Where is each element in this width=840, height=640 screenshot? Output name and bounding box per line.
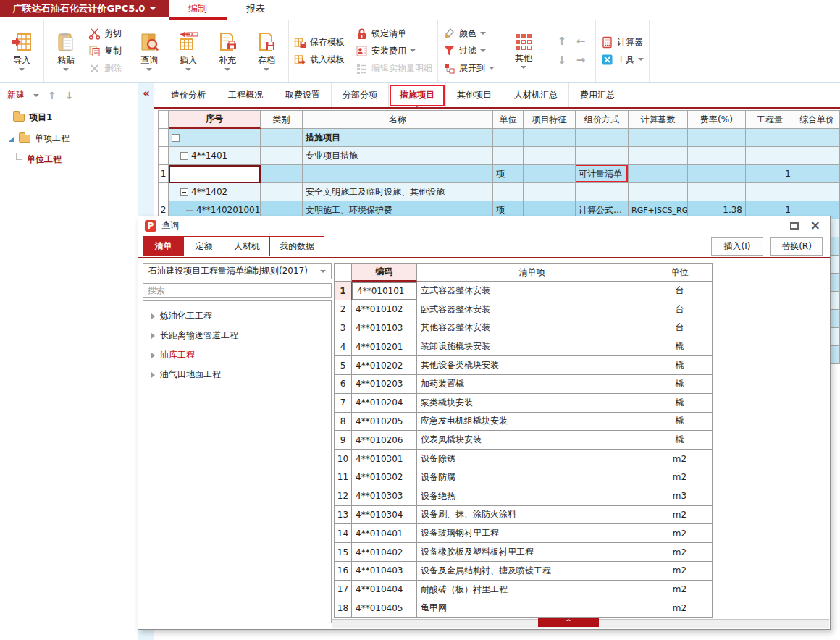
- dialog-table-cell[interactable]: m3: [647, 487, 713, 506]
- table-cell[interactable]: [493, 147, 524, 165]
- dialog-table-cell[interactable]: 设备防腐: [417, 468, 647, 487]
- table-cell[interactable]: [576, 129, 629, 147]
- archive-button[interactable]: 存档: [250, 31, 283, 71]
- move-down-button[interactable]: ↓: [558, 54, 567, 67]
- load-template-button[interactable]: 载入模板: [294, 54, 345, 66]
- move-up-button[interactable]: ↑: [558, 35, 567, 48]
- move-up-button[interactable]: ↑: [48, 90, 56, 101]
- dialog-table-cell[interactable]: 4**010303: [352, 487, 417, 506]
- table-cell[interactable]: [493, 183, 524, 201]
- dialog-table-cell[interactable]: 橇: [647, 337, 713, 356]
- table-cell[interactable]: [629, 183, 688, 201]
- dialog-table-row[interactable]: 14**010101立式容器整体安装台: [334, 282, 713, 300]
- dialog-table-cell[interactable]: 其他设备类橇块安装: [417, 356, 647, 375]
- table-cell[interactable]: 措施项目: [303, 129, 493, 147]
- dialog-table-cell[interactable]: 9: [334, 431, 352, 450]
- table-cell[interactable]: [493, 129, 524, 147]
- table-cell[interactable]: [746, 183, 794, 201]
- table-cell[interactable]: [261, 165, 303, 183]
- tree-item-single-project[interactable]: 单项工程: [0, 128, 138, 149]
- insert-button[interactable]: 插入: [172, 31, 205, 71]
- maximize-button[interactable]: [790, 222, 799, 230]
- dialog-table-cell[interactable]: 卧式容器整体安装: [417, 300, 647, 319]
- table-cell[interactable]: [261, 147, 303, 165]
- replace-dialog-button[interactable]: 替换(R): [770, 237, 823, 256]
- sheet-tab[interactable]: 取费设置: [274, 83, 332, 107]
- menu-tab-report[interactable]: 报表: [227, 0, 285, 20]
- dialog-tree-item[interactable]: 油库工程: [143, 345, 331, 365]
- table-cell[interactable]: [794, 129, 840, 147]
- query-button[interactable]: 查询: [133, 31, 166, 71]
- dialog-table-cell[interactable]: 4**010205: [352, 413, 417, 431]
- dialog-table-cell[interactable]: 设备除锈: [417, 450, 647, 468]
- dialog-table-cell[interactable]: 设备玻璃钢衬里工程: [417, 524, 647, 543]
- dialog-table-cell[interactable]: m2: [647, 599, 713, 618]
- table-row[interactable]: 4**1401专业项目措施: [158, 147, 840, 165]
- tree-item-project1[interactable]: 项目1: [0, 107, 138, 128]
- dialog-table-cell[interactable]: 4**010202: [352, 356, 417, 375]
- new-button[interactable]: 新建: [7, 89, 25, 101]
- dialog-table-cell[interactable]: m2: [647, 562, 713, 581]
- table-cell[interactable]: 1: [158, 165, 169, 183]
- close-icon[interactable]: ×: [810, 219, 820, 232]
- table-cell[interactable]: [524, 147, 576, 165]
- dialog-table-cell[interactable]: 装卸设施橇块安装: [417, 337, 647, 356]
- filter-button[interactable]: 过滤: [443, 45, 495, 57]
- dialog-table-row[interactable]: 174**010404耐酸砖（板）衬里工程m2: [334, 581, 713, 599]
- dialog-table-cell[interactable]: 橇: [647, 375, 713, 394]
- dialog-table-cell[interactable]: 4**010402: [352, 543, 417, 562]
- ruleset-dropdown[interactable]: 石油建设项目工程量清单编制规则(2017): [143, 263, 332, 279]
- dialog-table-cell[interactable]: 18: [334, 599, 352, 618]
- app-title-button[interactable]: 广联达石油石化云计价GPC5.0: [0, 0, 169, 17]
- dialog-table-cell[interactable]: 16: [334, 562, 352, 581]
- dialog-table-row[interactable]: 24**010102卧式容器整体安装台: [334, 300, 713, 319]
- table-row[interactable]: 1项可计量清单1: [158, 165, 840, 183]
- dialog-tree-item[interactable]: 炼油化工工程: [143, 306, 331, 326]
- menu-tab-edit[interactable]: 编制: [169, 0, 227, 20]
- dialog-table-cell[interactable]: 17: [334, 581, 352, 599]
- table-cell[interactable]: 1: [746, 165, 794, 183]
- expand-arrow-icon[interactable]: [151, 313, 155, 319]
- dialog-table-cell[interactable]: 泵类橇块安装: [417, 394, 647, 413]
- dialog-table-cell[interactable]: m2: [647, 450, 713, 468]
- dialog-table-cell[interactable]: 6: [334, 375, 352, 394]
- collapse-minus-icon[interactable]: [180, 152, 188, 160]
- table-cell[interactable]: [688, 165, 746, 183]
- dialog-table-cell[interactable]: 橇: [647, 394, 713, 413]
- dialog-table-row[interactable]: 94**010206仪表风橇块安装橇: [334, 431, 713, 450]
- sheet-tab[interactable]: 其他项目: [446, 83, 503, 107]
- table-cell[interactable]: [169, 165, 261, 183]
- dialog-table-cell[interactable]: 11: [334, 468, 352, 487]
- table-cell[interactable]: [688, 129, 746, 147]
- dialog-table-cell[interactable]: 橇: [647, 413, 713, 431]
- dialog-table-row[interactable]: 154**010402设备橡胶板及塑料板衬里工程m2: [334, 543, 713, 562]
- dialog-tab[interactable]: 我的数据: [269, 236, 324, 256]
- dialog-table-cell[interactable]: 台: [647, 319, 713, 338]
- table-cell[interactable]: [629, 147, 688, 165]
- table-cell[interactable]: [261, 183, 303, 201]
- dialog-table-cell[interactable]: 1: [334, 282, 352, 300]
- move-right-button[interactable]: →: [576, 54, 586, 67]
- move-left-button[interactable]: ←: [576, 35, 586, 48]
- dialog-table-cell[interactable]: 立式容器整体安装: [417, 282, 647, 300]
- table-cell[interactable]: [524, 183, 576, 201]
- dialog-tab[interactable]: 人材机: [224, 236, 269, 256]
- dialog-table-row[interactable]: 54**010202其他设备类橇块安装橇: [334, 356, 713, 375]
- other-button[interactable]: 其他: [505, 33, 542, 69]
- expand-arrow-icon[interactable]: [151, 353, 155, 358]
- lock-list-button[interactable]: 锁定清单: [356, 28, 432, 40]
- table-cell[interactable]: [524, 129, 576, 147]
- expand-to-button[interactable]: 展开到: [443, 62, 495, 75]
- dialog-table-cell[interactable]: 4**010405: [352, 599, 417, 618]
- dialog-table-cell[interactable]: 4**010304: [352, 506, 417, 525]
- dialog-table-cell[interactable]: 设备橡胶板及塑料板衬里工程: [417, 543, 647, 562]
- dialog-table-cell[interactable]: 4**010203: [352, 375, 417, 394]
- dialog-tab[interactable]: 定额: [183, 236, 224, 256]
- dialog-table-cell[interactable]: 耐酸砖（板）衬里工程: [417, 581, 647, 599]
- dialog-tree-item[interactable]: 长距离输送管道工程: [143, 326, 331, 345]
- tree-item-unit-project[interactable]: 单位工程: [0, 149, 138, 170]
- dialog-table-row[interactable]: 134**010304设备刷、抹、涂防火涂料m2: [334, 506, 713, 525]
- dialog-table-cell[interactable]: 4: [334, 337, 352, 356]
- dialog-table-cell[interactable]: 4**010401: [352, 524, 417, 543]
- dialog-table-cell[interactable]: 仪表风橇块安装: [417, 431, 647, 450]
